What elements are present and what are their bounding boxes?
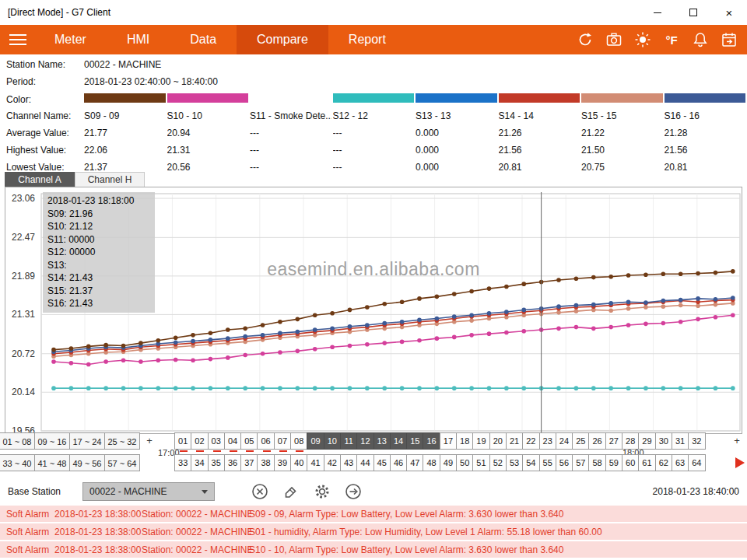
channel-button-15[interactable]: 15 <box>406 432 423 450</box>
cancel-icon[interactable] <box>251 482 269 501</box>
alarm-row[interactable]: Soft Alarm2018-01-23 18:38:00Station: 00… <box>0 541 747 558</box>
channel-button-12[interactable]: 12 <box>356 432 374 450</box>
channel-button-01[interactable]: 01 <box>174 432 191 450</box>
alarm-row[interactable]: Soft Alarm2018-01-23 18:38:00Station: 00… <box>0 506 747 522</box>
base-station-dropdown[interactable]: 00022 - MACHINE <box>82 482 215 501</box>
channel-button-43[interactable]: 43 <box>340 454 357 471</box>
camera-icon[interactable] <box>605 31 622 48</box>
fahrenheit-icon[interactable]: °F <box>663 31 680 48</box>
channel-button-51[interactable]: 51 <box>472 454 489 471</box>
channel-button-37[interactable]: 37 <box>240 454 258 471</box>
channel-button-52[interactable]: 52 <box>489 454 507 471</box>
channel-button-27[interactable]: 27 <box>605 432 622 450</box>
channel-button-07[interactable]: 07 <box>274 432 291 450</box>
channel-button-14[interactable]: 14 <box>390 432 407 450</box>
channel-button-04[interactable]: 04 <box>224 432 241 450</box>
range-button-49~56[interactable]: 49 ~ 56 <box>69 454 105 471</box>
range-button-09~16[interactable]: 09 ~ 16 <box>34 432 70 450</box>
channel-button-42[interactable]: 42 <box>324 454 341 471</box>
channel-button-08[interactable]: 08 <box>290 432 307 450</box>
brightness-icon[interactable] <box>634 31 651 48</box>
channel-button-18[interactable]: 18 <box>456 432 473 450</box>
range-button-25~32[interactable]: 25 ~ 32 <box>104 432 140 450</box>
channel-button-40[interactable]: 40 <box>290 454 307 471</box>
channel-button-20[interactable]: 20 <box>489 432 507 450</box>
channel-button-60[interactable]: 60 <box>622 454 639 471</box>
expand-ranges-button[interactable]: + <box>144 432 155 450</box>
range-button-33~40[interactable]: 33 ~ 40 <box>0 454 35 471</box>
sync-icon[interactable] <box>577 31 594 48</box>
channel-button-50[interactable]: 50 <box>456 454 473 471</box>
channel-button-58[interactable]: 58 <box>588 454 605 471</box>
expand-numbers-button[interactable]: + <box>731 432 742 450</box>
channel-button-46[interactable]: 46 <box>390 454 407 471</box>
channel-button-29[interactable]: 29 <box>638 432 655 450</box>
range-button-57~64[interactable]: 57 ~ 64 <box>104 454 140 471</box>
channel-button-53[interactable]: 53 <box>506 454 523 471</box>
channel-button-25[interactable]: 25 <box>572 432 589 450</box>
calendar-icon[interactable] <box>721 31 738 48</box>
next-page-arrow[interactable] <box>735 457 745 468</box>
nav-item-hmi[interactable]: HMI <box>107 25 170 54</box>
channel-button-47[interactable]: 47 <box>406 454 423 471</box>
channel-button-64[interactable]: 64 <box>688 454 705 471</box>
channel-button-48[interactable]: 48 <box>423 454 440 471</box>
settings-icon[interactable] <box>313 482 331 501</box>
channel-button-31[interactable]: 31 <box>672 432 689 450</box>
channel-button-23[interactable]: 23 <box>539 432 556 450</box>
channel-button-35[interactable]: 35 <box>208 454 225 471</box>
range-button-17~24[interactable]: 17 ~ 24 <box>69 432 105 450</box>
channel-button-36[interactable]: 36 <box>224 454 241 471</box>
range-button-01~08[interactable]: 01 ~ 08 <box>0 432 35 450</box>
channel-button-32[interactable]: 32 <box>688 432 705 450</box>
menu-icon[interactable] <box>0 25 34 54</box>
nav-item-meter[interactable]: Meter <box>34 25 107 54</box>
nav-item-report[interactable]: Report <box>328 25 406 54</box>
go-icon[interactable] <box>344 482 363 501</box>
tab-channel-a[interactable]: Channel A <box>5 172 75 187</box>
channel-button-34[interactable]: 34 <box>191 454 208 471</box>
nav-item-compare[interactable]: Compare <box>237 25 328 54</box>
channel-button-55[interactable]: 55 <box>539 454 556 471</box>
channel-button-41[interactable]: 41 <box>307 454 324 471</box>
channel-button-26[interactable]: 26 <box>588 432 605 450</box>
range-button-41~48[interactable]: 41 ~ 48 <box>34 454 70 471</box>
channel-button-45[interactable]: 45 <box>374 454 391 471</box>
erase-icon[interactable] <box>282 482 300 501</box>
channel-button-39[interactable]: 39 <box>274 454 291 471</box>
channel-button-49[interactable]: 49 <box>440 454 457 471</box>
channel-button-44[interactable]: 44 <box>356 454 374 471</box>
channel-button-59[interactable]: 59 <box>605 454 622 471</box>
channel-button-02[interactable]: 02 <box>191 432 208 450</box>
channel-button-06[interactable]: 06 <box>257 432 274 450</box>
close-button[interactable]: × <box>711 0 747 25</box>
channel-button-09[interactable]: 09 <box>307 432 324 450</box>
alarm-icon[interactable] <box>692 31 709 48</box>
channel-button-62[interactable]: 62 <box>655 454 672 471</box>
nav-item-data[interactable]: Data <box>170 25 237 54</box>
channel-button-61[interactable]: 61 <box>638 454 655 471</box>
channel-button-21[interactable]: 21 <box>506 432 523 450</box>
channel-button-56[interactable]: 56 <box>556 454 573 471</box>
channel-button-13[interactable]: 13 <box>374 432 391 450</box>
channel-button-28[interactable]: 28 <box>622 432 639 450</box>
channel-button-30[interactable]: 30 <box>655 432 672 450</box>
channel-button-57[interactable]: 57 <box>572 454 589 471</box>
channel-button-11[interactable]: 11 <box>340 432 357 450</box>
channel-button-17[interactable]: 17 <box>440 432 457 450</box>
channel-button-10[interactable]: 10 <box>324 432 341 450</box>
channel-button-38[interactable]: 38 <box>257 454 274 471</box>
channel-button-22[interactable]: 22 <box>522 432 539 450</box>
alarm-row[interactable]: Soft Alarm2018-01-23 18:38:00Station: 00… <box>0 523 747 540</box>
channel-button-54[interactable]: 54 <box>522 454 539 471</box>
channel-button-16[interactable]: 16 <box>423 432 440 450</box>
minimize-button[interactable] <box>640 0 675 25</box>
channel-button-24[interactable]: 24 <box>556 432 573 450</box>
restore-button[interactable] <box>675 0 711 25</box>
channel-button-19[interactable]: 19 <box>472 432 489 450</box>
channel-button-03[interactable]: 03 <box>208 432 225 450</box>
channel-button-63[interactable]: 63 <box>672 454 689 471</box>
tab-channel-h[interactable]: Channel H <box>75 172 145 187</box>
channel-button-05[interactable]: 05 <box>240 432 258 450</box>
channel-button-33[interactable]: 33 <box>174 454 191 471</box>
